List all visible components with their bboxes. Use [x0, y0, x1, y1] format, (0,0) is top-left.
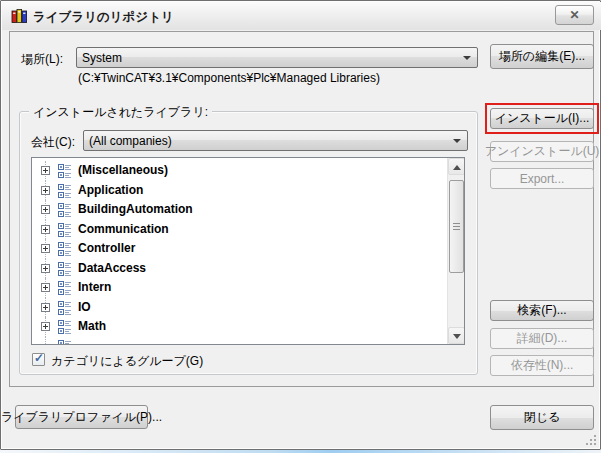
expand-plus-icon[interactable]	[41, 322, 50, 331]
thumb-grip-icon	[453, 223, 460, 230]
expand-plus-icon[interactable]	[41, 205, 50, 214]
tree-item-label: IO	[78, 300, 91, 314]
category-icon	[57, 319, 73, 335]
dropdown-arrow-icon	[453, 139, 461, 143]
tree-item-label: Communication	[78, 222, 169, 236]
screenshot-stage: ライブラリのリポジトリ ✕ 場所(L): System 場所の編集(E)... …	[0, 0, 601, 453]
company-label: 会社(C):	[31, 134, 75, 151]
triangle-up-icon	[453, 165, 461, 170]
category-icon	[57, 183, 73, 199]
tree-row-partial	[32, 337, 447, 345]
expand-plus-icon[interactable]	[41, 166, 50, 175]
category-icon	[57, 163, 73, 179]
scrollbar-thumb[interactable]	[449, 180, 464, 273]
window-title: ライブラリのリポジトリ	[33, 9, 174, 26]
dropdown-arrow-icon	[463, 56, 471, 60]
tree-row[interactable]: Math	[32, 317, 447, 337]
tree-item-label: Intern	[78, 280, 111, 294]
location-path: (C:¥TwinCAT¥3.1¥Components¥Plc¥Managed L…	[78, 71, 380, 85]
tree-row[interactable]: (Miscellaneous)	[32, 161, 447, 181]
titlebar[interactable]: ライブラリのリポジトリ ✕	[2, 2, 601, 30]
export-button[interactable]: Export...	[490, 168, 594, 189]
tree-row[interactable]: IO	[32, 298, 447, 318]
scroll-down-button[interactable]	[448, 327, 465, 344]
uninstall-button[interactable]: アンインストール(U)	[490, 141, 594, 162]
group-by-category-checkbox[interactable]: ✓	[32, 353, 45, 366]
tree-connector	[45, 337, 46, 345]
close-button[interactable]: ✕	[555, 5, 594, 25]
category-icon	[57, 261, 73, 277]
category-icon	[57, 339, 73, 345]
library-books-icon	[11, 7, 29, 25]
expand-plus-icon[interactable]	[41, 303, 50, 312]
library-tree: (Miscellaneous) Application	[31, 157, 465, 345]
category-icon	[57, 300, 73, 316]
expand-plus-icon[interactable]	[41, 225, 50, 234]
tree-item-label: (Miscellaneous)	[78, 163, 168, 177]
expand-plus-icon[interactable]	[41, 244, 50, 253]
check-icon: ✓	[34, 351, 44, 365]
category-icon	[57, 202, 73, 218]
company-value: (All companies)	[89, 134, 447, 148]
group-by-category-label[interactable]: カテゴリによるグループ(G)	[51, 353, 203, 370]
scroll-up-button[interactable]	[448, 158, 465, 175]
expand-plus-icon[interactable]	[41, 283, 50, 292]
category-icon	[57, 241, 73, 257]
category-icon	[57, 280, 73, 296]
close-icon: ✕	[569, 8, 579, 22]
location-label: 場所(L):	[21, 51, 63, 68]
library-repository-dialog: ライブラリのリポジトリ ✕ 場所(L): System 場所の編集(E)... …	[0, 0, 601, 450]
location-select[interactable]: System	[76, 47, 478, 68]
tree-item-label: DataAccess	[78, 261, 146, 275]
find-button[interactable]: 検索(F)...	[490, 300, 594, 321]
tree-row[interactable]: Application	[32, 181, 447, 201]
tree-item-label: BuildingAutomation	[78, 202, 193, 216]
details-button[interactable]: 詳細(D)...	[490, 328, 594, 349]
expand-plus-icon[interactable]	[41, 186, 50, 195]
location-value: System	[82, 51, 457, 65]
library-tree-rows: (Miscellaneous) Application	[32, 158, 447, 344]
expand-plus-icon[interactable]	[41, 264, 50, 273]
tree-row[interactable]: Controller	[32, 239, 447, 259]
installed-libraries-title: インストールされたライブラリ:	[29, 104, 212, 121]
tree-item-label: Math	[78, 319, 106, 333]
tree-row[interactable]: Intern	[32, 278, 447, 298]
resize-grip[interactable]	[584, 433, 596, 445]
triangle-down-icon	[453, 334, 461, 339]
close-dialog-button[interactable]: 閉じる	[490, 405, 594, 430]
tree-item-label: Application	[78, 183, 143, 197]
company-select[interactable]: (All companies)	[83, 130, 468, 151]
tree-row[interactable]: DataAccess	[32, 259, 447, 279]
category-icon	[57, 222, 73, 238]
install-button[interactable]: インストール(I)...	[490, 108, 594, 129]
tree-scrollbar[interactable]	[447, 158, 464, 344]
dependencies-button[interactable]: 依存性(N)...	[490, 355, 594, 376]
edit-location-button[interactable]: 場所の編集(E)...	[490, 44, 594, 69]
tree-row[interactable]: BuildingAutomation	[32, 200, 447, 220]
library-profiles-button[interactable]: ライブラリプロファイル(P)...	[15, 405, 148, 429]
tree-row[interactable]: Communication	[32, 220, 447, 240]
tree-item-label: Controller	[78, 241, 135, 255]
